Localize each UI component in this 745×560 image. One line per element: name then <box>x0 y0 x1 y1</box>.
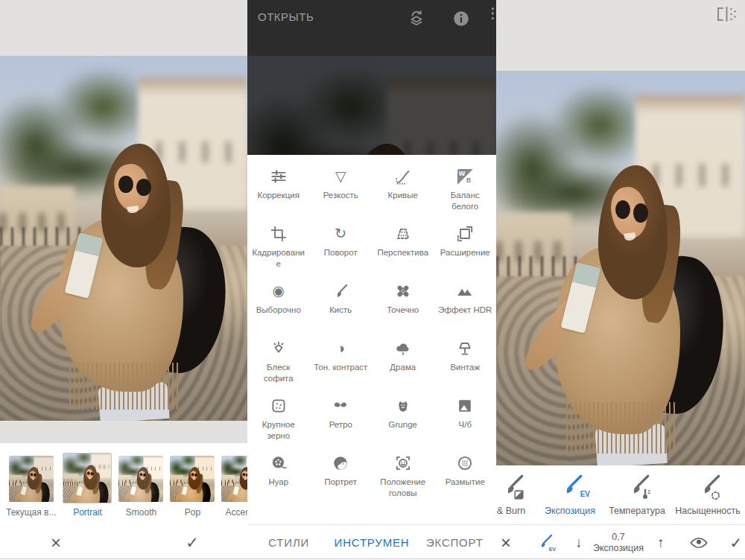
brush-tool-temperature[interactable]: Температура <box>601 473 673 516</box>
adjustment-value-label: Экспозиция <box>593 543 644 554</box>
drama-icon <box>393 337 413 360</box>
tool-expand[interactable]: Расширение <box>434 222 497 279</box>
tools-grid: Коррекция ▽ Резкость Кривые WB Баланс бе… <box>247 155 496 509</box>
portrait-icon <box>331 451 350 475</box>
brush-tool-label: Насыщенность <box>675 506 741 516</box>
tab-styles[interactable]: СТИЛИ <box>247 525 330 560</box>
dark-top-bar: ОТКРЫТЬ ⋮ <box>247 0 496 56</box>
vintage-icon <box>455 337 475 360</box>
filter-label: Текущая в... <box>6 507 56 518</box>
tool-black-white[interactable]: Ч/б <box>434 394 497 451</box>
sweater-fringe <box>69 363 178 410</box>
main-photo[interactable] <box>496 71 745 465</box>
confirm-icon[interactable]: ✓ <box>186 534 199 552</box>
tool-details[interactable]: ▽ Резкость <box>310 165 372 222</box>
filter-thumbnail[interactable] <box>118 456 163 502</box>
tool-tune[interactable]: Коррекция <box>247 165 310 222</box>
filter-pop[interactable]: Pop <box>170 449 215 518</box>
tool-hdr[interactable]: Эффект HDR <box>434 279 497 337</box>
tool-head-pose[interactable]: Положение головы <box>372 451 434 509</box>
preview-eye-icon[interactable] <box>689 533 708 553</box>
tool-rotate[interactable]: ↻ Поворот <box>310 222 372 279</box>
tool-healing[interactable]: Точечно <box>372 279 434 337</box>
tool-vintage[interactable]: Винтаж <box>434 337 497 394</box>
curves-icon <box>393 165 413 188</box>
tool-drama[interactable]: Драма <box>372 337 434 394</box>
black-white-icon <box>455 394 475 418</box>
panel-tools: ОТКРЫТЬ ⋮ <box>247 0 496 560</box>
tool-white-balance[interactable]: WB Баланс белого <box>434 165 497 222</box>
tool-lens-blur[interactable]: Размытие <box>434 451 497 509</box>
tool-curves[interactable]: Кривые <box>372 165 434 222</box>
brush-tools-row: & Burn EV Экспозиция <box>496 465 745 525</box>
tool-glamour-glow[interactable]: Блеск софита <box>247 337 310 394</box>
tool-grain[interactable]: Крупное зерно <box>247 394 310 451</box>
main-photo[interactable] <box>0 56 247 421</box>
tool-grunge[interactable]: Grunge <box>372 394 434 451</box>
panel-brush: & Burn EV Экспозиция <box>496 0 745 560</box>
brush-tool-saturation[interactable]: Насыщенность <box>672 473 744 516</box>
ev-badge: EV <box>580 490 590 498</box>
filter-thumbnail[interactable] <box>9 456 54 502</box>
filter-thumbnail[interactable] <box>221 456 247 502</box>
tab-tools[interactable]: ИНСТРУМЕН <box>330 525 413 560</box>
filter-filmstrip: Текущая в... Portrait <box>0 443 247 525</box>
filter-accentuate[interactable]: Accentua <box>221 449 247 518</box>
head-pose-icon <box>393 451 413 475</box>
brush-tool-label: Температура <box>609 506 665 516</box>
cancel-icon[interactable]: × <box>501 532 511 553</box>
tune-icon <box>269 165 288 188</box>
exposure-brush-icon: EV <box>553 473 587 504</box>
expand-icon <box>455 222 475 246</box>
filter-thumbnail[interactable] <box>170 456 215 502</box>
white-balance-icon: WB <box>457 165 473 188</box>
selective-icon: ◉ <box>272 279 285 303</box>
filter-area: Текущая в... Portrait <box>0 443 247 560</box>
right-top-bar <box>496 0 745 71</box>
photo-building <box>387 77 496 155</box>
active-brush-ev-icon[interactable]: EV <box>534 533 554 553</box>
history-layers-icon[interactable] <box>407 9 426 31</box>
tool-tonal-contrast[interactable]: ◑ Тон. контраст <box>310 337 372 394</box>
brush-tool-label: & Burn <box>497 506 525 516</box>
overflow-menu-icon[interactable]: ⋮ <box>486 6 496 20</box>
increase-arrow-icon[interactable]: ↑ <box>657 535 665 551</box>
sunglasses-left-lens <box>31 473 34 476</box>
tools-sheet: Коррекция ▽ Резкость Кривые WB Баланс бе… <box>247 155 496 525</box>
tool-brush[interactable]: Кисть <box>310 279 372 337</box>
confirm-icon[interactable]: ✓ <box>730 534 743 552</box>
details-icon: ▽ <box>335 165 346 188</box>
brush-tool-exposure[interactable]: EV Экспозиция <box>534 473 606 516</box>
info-icon[interactable] <box>451 9 471 31</box>
tool-noir[interactable]: Нуар <box>247 451 310 509</box>
filter-label: Accentua <box>225 507 247 518</box>
decrease-arrow-icon[interactable]: ↓ <box>575 535 583 551</box>
open-button[interactable]: ОТКРЫТЬ <box>258 10 314 23</box>
grunge-icon <box>393 394 413 418</box>
grain-icon <box>269 394 288 418</box>
dimmed-photo[interactable] <box>247 56 496 155</box>
panel-styles: Текущая в... Portrait <box>0 0 247 560</box>
healing-icon <box>393 279 413 303</box>
noir-icon <box>269 451 288 475</box>
tool-perspective[interactable]: Перспектива <box>372 222 434 279</box>
brush-tool-label: Экспозиция <box>545 506 595 516</box>
filter-thumbnail-selected[interactable] <box>63 453 112 503</box>
hdr-icon <box>455 279 475 303</box>
retrolux-icon <box>331 394 350 418</box>
crop-icon <box>269 222 288 246</box>
filter-current[interactable]: Текущая в... <box>6 449 56 518</box>
tool-portrait[interactable]: Портрет <box>310 451 372 509</box>
filter-portrait[interactable]: Portrait <box>63 449 112 518</box>
adjustment-value: 0,7 Экспозиция <box>593 532 644 554</box>
lens-blur-icon <box>455 451 475 475</box>
tab-export[interactable]: ЭКСПОРТ <box>413 525 496 560</box>
tool-crop[interactable]: Кадрирование <box>247 222 310 279</box>
filter-smooth[interactable]: Smooth <box>118 449 163 518</box>
tool-retrolux[interactable]: Ретро <box>310 394 372 451</box>
filter-label: Smooth <box>126 507 156 518</box>
tool-selective[interactable]: ◉ Выборочно <box>247 279 310 337</box>
rotate-icon: ↻ <box>335 222 346 246</box>
compare-edits-icon[interactable] <box>715 6 738 25</box>
cancel-icon[interactable]: × <box>51 532 61 553</box>
